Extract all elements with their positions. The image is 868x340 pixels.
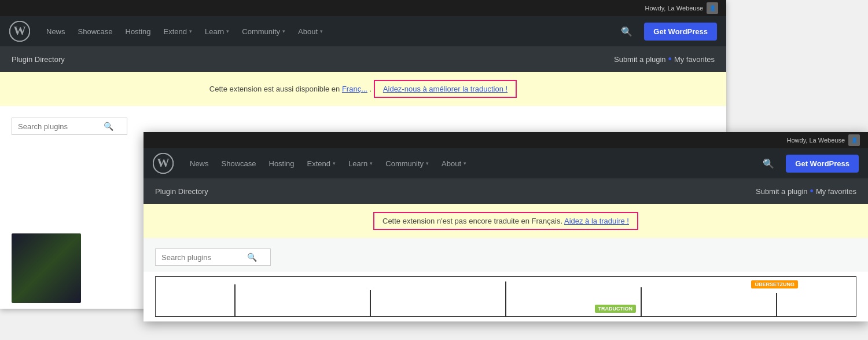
search-icon-front[interactable]: 🔍 — [758, 156, 779, 171]
notice-separator-back: . — [370, 85, 374, 93]
community-chevron-front: ▾ — [426, 160, 429, 166]
nav-extend-back[interactable]: Extend ▾ — [158, 24, 198, 39]
vline-2 — [370, 290, 371, 316]
nav-right-back: 🔍 Get WordPress — [616, 23, 717, 41]
improve-translation-link-back[interactable]: Aidez-nous à améliorer la traduction ! — [383, 85, 507, 93]
nav-community-front[interactable]: Community ▾ — [380, 156, 435, 171]
nav-learn-front[interactable]: Learn ▾ — [343, 156, 378, 171]
nav-extend-front[interactable]: Extend ▾ — [301, 156, 341, 171]
vline-4 — [641, 287, 642, 316]
nav-learn-back[interactable]: Learn ▾ — [199, 24, 235, 39]
svg-text:W: W — [157, 156, 170, 170]
help-translate-link[interactable]: Aidez à la traduire ! — [564, 217, 629, 225]
highlight-box-front: Cette extension n'est pas encore traduit… — [373, 212, 638, 230]
notice-text-front: Cette extension n'est pas encore traduit… — [382, 217, 562, 225]
lang-link-back[interactable]: Franç... — [342, 85, 367, 93]
my-favorites-back[interactable]: My favorites — [674, 55, 715, 64]
howdy-label-back: Howdy, La Webeuse — [645, 5, 703, 12]
highlight-box-back: Aidez-nous à améliorer la traduction ! — [374, 80, 517, 98]
top-bar-back: Howdy, La Webeuse 👤 — [0, 0, 726, 16]
howdy-text-back: Howdy, La Webeuse 👤 — [645, 2, 718, 14]
sub-nav-back: Plugin Directory Submit a plugin • My fa… — [0, 46, 726, 72]
vline-3 — [505, 281, 506, 316]
get-wordpress-back[interactable]: Get WordPress — [644, 23, 717, 41]
extend-chevron-front: ▾ — [333, 160, 336, 166]
nav-right-front: 🔍 Get WordPress — [758, 155, 859, 173]
my-favorites-front[interactable]: My favorites — [816, 187, 856, 196]
learn-chevron-front: ▾ — [370, 160, 373, 166]
search-box-back[interactable]: 🔍 — [12, 118, 127, 135]
about-chevron-back: ▾ — [320, 28, 323, 34]
nav-links-front: News Showcase Hosting Extend ▾ Learn ▾ C… — [184, 156, 758, 171]
notice-bar-front: Cette extension n'est pas encore traduit… — [144, 204, 868, 238]
search-area-front: 🔍 — [144, 238, 868, 272]
dot-separator-front: • — [810, 186, 814, 196]
search-icon-input-back: 🔍 — [104, 122, 113, 131]
howdy-label-front: Howdy, La Webeuse — [787, 137, 845, 144]
svg-text:W: W — [13, 24, 26, 38]
community-chevron-back: ▾ — [282, 28, 285, 34]
notice-text-back: Cette extension est aussi disponible en — [209, 85, 340, 93]
learn-chevron-back: ▾ — [226, 28, 229, 34]
sub-nav-right-back: Submit a plugin • My favorites — [614, 54, 715, 64]
vline-5 — [776, 293, 777, 316]
sketch-lines-front: TRADUCTION ÜBERSETZUNG — [155, 276, 856, 317]
plugin-directory-back[interactable]: Plugin Directory — [12, 55, 65, 64]
nav-news-front[interactable]: News — [184, 156, 215, 171]
main-nav-back: W News Showcase Hosting Extend ▾ Learn ▾… — [0, 16, 726, 46]
notice-bar-back: Cette extension est aussi disponible en … — [0, 72, 726, 106]
main-nav-front: W News Showcase Hosting Extend ▾ Learn ▾… — [144, 148, 868, 178]
front-window: Howdy, La Webeuse 👤 W News Showcase Host… — [144, 132, 868, 321]
nav-showcase-back[interactable]: Showcase — [72, 24, 119, 39]
avatar-back: 👤 — [707, 2, 718, 14]
ubersetzung-label: ÜBERSETZUNG — [751, 280, 798, 288]
sub-nav-right-front: Submit a plugin • My favorites — [756, 186, 856, 196]
nav-hosting-back[interactable]: Hosting — [120, 24, 157, 39]
wp-logo-front[interactable]: W — [153, 153, 174, 174]
about-chevron-front: ▾ — [464, 160, 466, 166]
submit-plugin-front[interactable]: Submit a plugin — [756, 187, 808, 196]
dot-separator-back: • — [668, 54, 672, 64]
get-wordpress-front[interactable]: Get WordPress — [786, 155, 859, 173]
extend-chevron-back: ▾ — [189, 28, 192, 34]
avatar-front: 👤 — [848, 134, 860, 146]
howdy-text-front: Howdy, La Webeuse 👤 — [787, 134, 860, 146]
sketch-area-front: TRADUCTION ÜBERSETZUNG — [144, 272, 868, 321]
nav-about-front[interactable]: About ▾ — [436, 156, 472, 171]
nav-news-back[interactable]: News — [41, 24, 71, 39]
nav-community-back[interactable]: Community ▾ — [236, 24, 291, 39]
nav-links-back: News Showcase Hosting Extend ▾ Learn ▾ C… — [41, 24, 616, 39]
traduction-label: TRADUCTION — [595, 305, 637, 313]
top-bar-front: Howdy, La Webeuse 👤 — [144, 132, 868, 148]
search-icon-input-front: 🔍 — [247, 253, 257, 262]
submit-plugin-back[interactable]: Submit a plugin — [614, 55, 666, 64]
vline-1 — [234, 284, 236, 316]
wp-logo-back[interactable]: W — [9, 21, 30, 42]
nav-showcase-front[interactable]: Showcase — [216, 156, 262, 171]
plugin-directory-front[interactable]: Plugin Directory — [155, 187, 208, 196]
sub-nav-front: Plugin Directory Submit a plugin • My fa… — [144, 178, 868, 204]
search-input-back[interactable] — [18, 122, 99, 131]
plugin-thumbnail-back — [12, 233, 81, 303]
nav-about-back[interactable]: About ▾ — [292, 24, 329, 39]
search-box-front[interactable]: 🔍 — [155, 248, 271, 266]
nav-hosting-front[interactable]: Hosting — [263, 156, 300, 171]
search-icon-back[interactable]: 🔍 — [616, 24, 637, 39]
search-input-front[interactable] — [161, 253, 242, 262]
